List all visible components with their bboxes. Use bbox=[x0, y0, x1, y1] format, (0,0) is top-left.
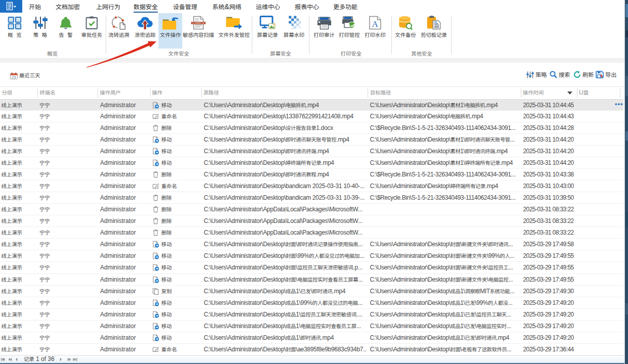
svg-text:23: 23 bbox=[12, 75, 16, 79]
svg-text:A: A bbox=[372, 19, 379, 29]
